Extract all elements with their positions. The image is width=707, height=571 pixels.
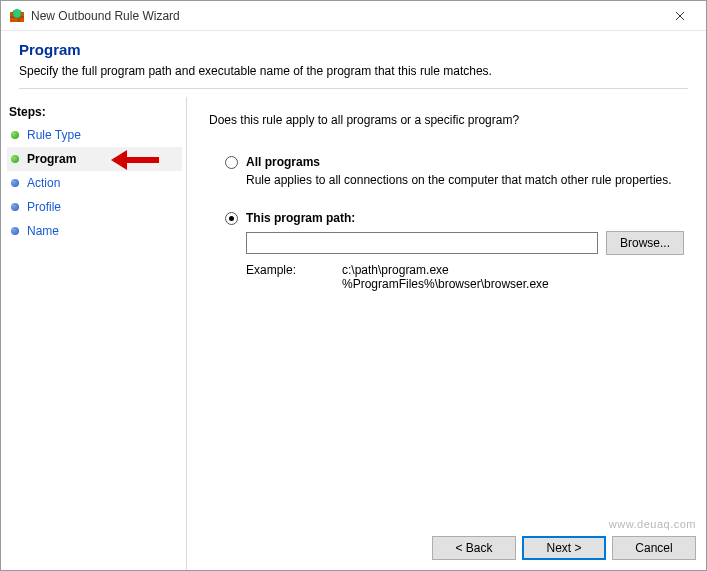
window-title: New Outbound Rule Wizard bbox=[31, 9, 180, 23]
close-button[interactable] bbox=[658, 2, 702, 30]
step-label: Name bbox=[27, 224, 59, 238]
program-path-input[interactable] bbox=[246, 232, 598, 254]
example-label: Example: bbox=[246, 263, 342, 291]
step-bullet-icon bbox=[11, 203, 19, 211]
step-label: Profile bbox=[27, 200, 61, 214]
cancel-button[interactable]: Cancel bbox=[612, 536, 696, 560]
radio-all-programs-label: All programs bbox=[246, 155, 320, 169]
next-button[interactable]: Next > bbox=[522, 536, 606, 560]
example-line-1: c:\path\program.exe bbox=[342, 263, 549, 277]
step-label: Action bbox=[27, 176, 60, 190]
header-divider bbox=[19, 88, 688, 89]
program-radio-group: All programs Rule applies to all connect… bbox=[209, 155, 684, 291]
wizard-footer: < Back Next > Cancel bbox=[432, 536, 696, 560]
title-bar: New Outbound Rule Wizard bbox=[1, 1, 706, 31]
radio-all-programs[interactable] bbox=[225, 156, 238, 169]
steps-sidebar: Steps: Rule Type Program bbox=[1, 97, 187, 570]
pointer-arrow-icon bbox=[107, 150, 167, 173]
step-label: Program bbox=[27, 152, 76, 166]
page-title: Program bbox=[19, 41, 688, 58]
step-rule-type[interactable]: Rule Type bbox=[7, 123, 182, 147]
step-profile[interactable]: Profile bbox=[7, 195, 182, 219]
browse-button[interactable]: Browse... bbox=[606, 231, 684, 255]
steps-heading: Steps: bbox=[7, 105, 182, 123]
wizard-body: Steps: Rule Type Program bbox=[1, 97, 706, 570]
steps-list: Rule Type Program Action bbox=[7, 123, 182, 243]
radio-this-program-row[interactable]: This program path: bbox=[225, 211, 684, 225]
program-path-block: Browse... Example: c:\path\program.exe %… bbox=[246, 231, 684, 291]
step-bullet-icon bbox=[11, 131, 19, 139]
radio-all-programs-row[interactable]: All programs bbox=[225, 155, 684, 169]
wizard-window: New Outbound Rule Wizard Program Specify… bbox=[0, 0, 707, 571]
example-row: Example: c:\path\program.exe %ProgramFil… bbox=[246, 263, 684, 291]
radio-all-programs-desc: Rule applies to all connections on the c… bbox=[246, 173, 684, 187]
firewall-icon bbox=[9, 8, 25, 24]
step-program[interactable]: Program bbox=[7, 147, 182, 171]
radio-this-program-label: This program path: bbox=[246, 211, 355, 225]
wizard-header: Program Specify the full program path an… bbox=[1, 31, 706, 97]
step-bullet-icon bbox=[11, 179, 19, 187]
radio-this-program[interactable] bbox=[225, 212, 238, 225]
step-name[interactable]: Name bbox=[7, 219, 182, 243]
step-label: Rule Type bbox=[27, 128, 81, 142]
question-text: Does this rule apply to all programs or … bbox=[209, 113, 684, 127]
svg-rect-4 bbox=[127, 157, 159, 163]
step-bullet-icon bbox=[11, 227, 19, 235]
watermark-text: www.deuaq.com bbox=[609, 518, 696, 530]
step-action[interactable]: Action bbox=[7, 171, 182, 195]
page-subtitle: Specify the full program path and execut… bbox=[19, 64, 688, 78]
wizard-main: Does this rule apply to all programs or … bbox=[187, 97, 706, 570]
svg-marker-5 bbox=[111, 150, 127, 170]
step-bullet-icon bbox=[11, 155, 19, 163]
example-line-2: %ProgramFiles%\browser\browser.exe bbox=[342, 277, 549, 291]
back-button[interactable]: < Back bbox=[432, 536, 516, 560]
